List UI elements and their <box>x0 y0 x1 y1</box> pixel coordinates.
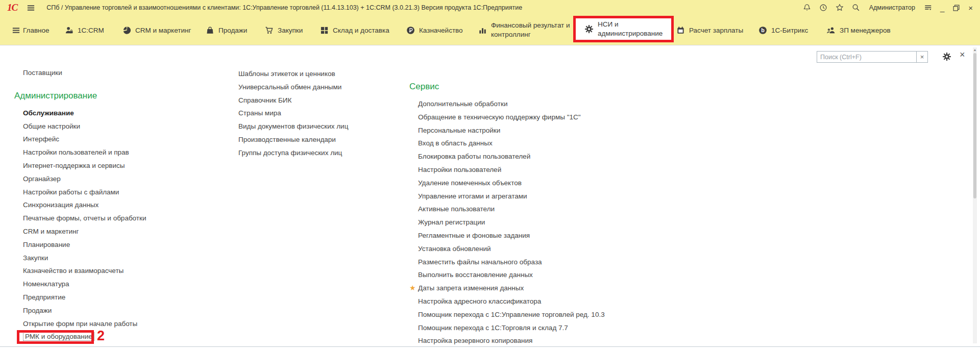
dropdown-item[interactable]: Активные пользователи <box>409 203 605 216</box>
dropdown-item[interactable]: Синхронизация данных <box>14 198 146 212</box>
dropdown-item[interactable]: Настройки пользователей <box>409 163 605 177</box>
dropdown-item[interactable]: Поставщики <box>14 66 146 80</box>
restore-icon[interactable] <box>952 4 961 12</box>
menubar-item[interactable]: b1С-Битрикс <box>758 15 808 45</box>
dropdown-item[interactable]: Закупки <box>14 252 146 265</box>
section-header: Сервис <box>409 81 605 93</box>
panel-column-3: СервисДополнительные обработкиОбращение … <box>409 81 605 347</box>
menubar-item[interactable]: Расчет зарплаты <box>676 15 743 45</box>
dropdown-item[interactable]: Открытие форм при начале работы <box>14 317 146 331</box>
dropdown-item[interactable]: Помощник перехода с 1С:Управление торгов… <box>409 308 605 321</box>
dropdown-item[interactable]: Настройка резервного копирования <box>409 334 605 347</box>
search-clear-button[interactable]: × <box>916 51 928 63</box>
dropdown-item[interactable]: Планирование <box>14 238 146 252</box>
dropdown-item[interactable]: Регламентные и фоновые задания <box>409 229 605 242</box>
dropdown-item-label: Интернет-поддержка и сервисы <box>23 162 125 169</box>
dropdown-item[interactable]: Настройка адресного классификатора <box>409 295 605 308</box>
dropdown-item[interactable]: Казначейство и взаиморасчеты <box>14 264 146 278</box>
menubar-item[interactable]: Главное <box>23 15 50 45</box>
star-icon[interactable] <box>836 4 844 12</box>
dropdown-item[interactable]: Общие настройки <box>14 120 146 133</box>
hamburger-icon <box>12 26 20 35</box>
menu-caret-icon[interactable] <box>924 4 933 12</box>
dropdown-item[interactable]: Настройки пользователей и прав <box>14 146 146 159</box>
menubar-item[interactable]: Продажи <box>206 15 247 45</box>
dropdown-item-label: Обращение в техническую поддержку фирмы … <box>418 113 580 121</box>
gear-icon[interactable] <box>942 52 951 61</box>
dropdown-item-label: Даты запрета изменения данных <box>418 284 524 292</box>
current-user[interactable]: Администратор <box>869 4 915 11</box>
scroll-thumb[interactable] <box>973 53 976 198</box>
dropdown-item[interactable]: Группы доступа физических лиц <box>230 146 348 160</box>
dropdown-item[interactable]: Персональные настройки <box>409 124 605 137</box>
close-icon[interactable]: × <box>968 4 973 12</box>
history-icon[interactable] <box>819 4 828 12</box>
dropdown-item[interactable]: Печатные формы, отчеты и обработки <box>14 212 146 225</box>
dropdown-item-label: Шаблоны этикеток и ценников <box>238 70 335 78</box>
dropdown-item-label: Страны мира <box>238 109 281 117</box>
dropdown-item-label: Поставщики <box>23 69 62 77</box>
dropdown-item[interactable]: РМК и оборудование2 <box>14 330 146 343</box>
dropdown-item[interactable]: Помощник перехода с 1С:Торговля и склад … <box>409 321 605 335</box>
menubar-item[interactable]: НСИ и администрирование1 <box>573 16 674 42</box>
dropdown-item[interactable]: Предприятие <box>14 291 146 304</box>
menubar-item[interactable]: CRM и маркетинг <box>122 15 191 45</box>
gear-icon <box>584 24 594 34</box>
dropdown-item[interactable]: Интернет-поддержка и сервисы <box>14 159 146 172</box>
menubar-hamburger-button[interactable] <box>12 15 20 45</box>
menubar-item[interactable]: Закупки <box>265 15 303 45</box>
dropdown-item[interactable]: Дополнительные обработки <box>409 97 605 111</box>
menubar-item[interactable]: 1С:CRM <box>65 15 104 45</box>
dropdown-item[interactable]: Интерфейс <box>14 133 146 146</box>
dropdown-item-label: Синхронизация данных <box>23 201 99 209</box>
dropdown-item[interactable]: Продажи <box>14 304 146 317</box>
search-icon[interactable] <box>852 4 861 12</box>
dropdown-item-label: Производственные календари <box>238 136 336 143</box>
panel-close-icon[interactable]: × <box>960 49 965 60</box>
dropdown-item-label: Регламентные и фоновые задания <box>418 232 530 239</box>
dropdown-item[interactable]: Обращение в техническую поддержку фирмы … <box>409 111 605 124</box>
person-lock-icon <box>65 26 74 35</box>
dropdown-item[interactable]: Вход в область данных <box>409 137 605 150</box>
menubar: Главное1С:CRMCRM и маркетингПродажиЗакуп… <box>0 15 980 45</box>
search-input[interactable] <box>817 51 917 63</box>
dropdown-item[interactable]: Страны мира <box>230 107 348 120</box>
dropdown-item[interactable]: CRM и маркетинг <box>14 225 146 238</box>
dropdown-item[interactable]: Виды документов физических лиц <box>230 120 348 133</box>
dropdown-item[interactable]: Управление итогами и агрегатами <box>409 190 605 203</box>
dropdown-item-label: Разместить файлы начального образа <box>418 258 542 266</box>
scroll-up-icon[interactable]: ▲ <box>973 47 977 53</box>
dropdown-item[interactable]: Шаблоны этикеток и ценников <box>230 67 348 81</box>
menubar-item[interactable]: ЗП менеджеров <box>826 15 891 45</box>
dropdown-item[interactable]: Обслуживание <box>14 107 146 120</box>
bell-icon[interactable] <box>803 4 812 12</box>
dropdown-item[interactable]: Органайзер <box>14 172 146 186</box>
menubar-item-label: НСИ и администрирование <box>598 20 662 38</box>
dropdown-item[interactable]: Производственные календари <box>230 133 348 146</box>
dropdown-item-label: Помощник перехода с 1С:Управление торгов… <box>418 311 605 318</box>
dropdown-item-label: Органайзер <box>23 175 61 183</box>
menubar-item[interactable]: Казначейство <box>406 15 463 45</box>
dropdown-item[interactable]: Настройки работы с файлами <box>14 186 146 199</box>
dropdown-item[interactable]: Справочник БИК <box>230 94 348 107</box>
dropdown-item[interactable]: Установка обновлений <box>409 242 605 256</box>
main-menu-icon[interactable] <box>27 4 35 12</box>
dropdown-item[interactable]: Универсальный обмен данными <box>230 81 348 94</box>
dropdown-item[interactable]: ★Даты запрета изменения данных <box>409 282 605 295</box>
panel-column-1: ПоставщикиАдминистрированиеОбслуживаниеО… <box>14 66 146 343</box>
dropdown-item-label: Предприятие <box>23 293 65 301</box>
menubar-item[interactable]: Склад и доставка <box>320 15 389 45</box>
menubar-item-label: Главное <box>23 27 50 34</box>
dropdown-item[interactable]: Разместить файлы начального образа <box>409 256 605 269</box>
menubar-item[interactable]: Финансовый результат и контроллинг <box>478 15 572 45</box>
dropdown-item-label: Справочник БИК <box>238 96 291 104</box>
minimize-icon[interactable]: _ <box>940 4 944 12</box>
dropdown-item[interactable]: Удаление помеченных объектов <box>409 177 605 190</box>
dropdown-item-label: Помощник перехода с 1С:Торговля и склад … <box>418 324 568 332</box>
dropdown-item[interactable]: Журнал регистрации <box>409 216 605 229</box>
dropdown-item-label: Настройки работы с файлами <box>23 188 119 196</box>
dropdown-item[interactable]: Номенклатура <box>14 278 146 291</box>
menubar-item-label: Расчет зарплаты <box>689 27 743 34</box>
dropdown-item[interactable]: Выполнить восстановление данных <box>409 268 605 282</box>
dropdown-item[interactable]: Блокировка работы пользователей <box>409 150 605 163</box>
